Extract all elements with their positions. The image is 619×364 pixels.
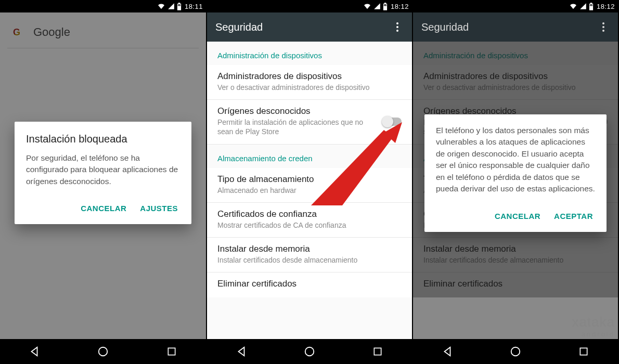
row-storage-type[interactable]: Tipo de almacenamiento Almacenado en har…	[207, 168, 412, 203]
phone-screen-1: 18:11 Google Instalación bloqueada Por s…	[0, 0, 206, 364]
row-trusted-certs[interactable]: Certificados de confianza Mostrar certif…	[207, 203, 412, 238]
section-device-admin: Administración de dispositivos	[207, 42, 412, 65]
phone-screen-2: 18:12 Seguridad Administración de dispos…	[206, 0, 412, 364]
row-install-memory[interactable]: Instalar desde memoria Instalar certific…	[207, 238, 412, 272]
battery-icon	[589, 3, 594, 10]
svg-rect-4	[384, 6, 386, 9]
status-bar: 18:11	[0, 0, 206, 12]
svg-rect-5	[384, 4, 386, 6]
nav-back-icon[interactable]	[440, 344, 455, 359]
phone-screen-3: 18:12 Seguridad Administración de dispos…	[412, 0, 618, 364]
wifi-icon	[157, 2, 165, 10]
screen1-content: Google Instalación bloqueada Por segurid…	[0, 12, 206, 339]
app-bar-title: Seguridad	[215, 21, 263, 33]
svg-rect-10	[590, 6, 592, 9]
status-bar: 18:12	[413, 0, 618, 12]
row-device-admins[interactable]: Administradores de dispositivos Ver o de…	[207, 65, 412, 100]
status-time: 18:12	[391, 3, 409, 10]
install-blocked-dialog: Instalación bloqueada Por seguridad, el …	[15, 122, 191, 224]
signal-icon	[167, 3, 175, 10]
nav-home-icon[interactable]	[96, 344, 110, 359]
unknown-sources-toggle[interactable]	[383, 118, 402, 126]
cancel-button[interactable]: CANCELAR	[79, 201, 128, 216]
svg-rect-11	[590, 4, 592, 6]
nav-bar	[207, 339, 412, 364]
nav-bar	[413, 339, 618, 364]
status-time: 18:11	[185, 3, 203, 10]
row-unknown-sources[interactable]: Orígenes desconocidos Permitir la instal…	[207, 100, 412, 144]
wifi-icon	[569, 2, 577, 10]
signal-icon	[579, 3, 587, 10]
nav-home-icon[interactable]	[508, 344, 523, 359]
status-time: 18:12	[597, 3, 615, 10]
nav-recent-icon[interactable]	[370, 344, 385, 359]
svg-point-8	[305, 347, 314, 356]
cancel-button[interactable]: CANCELAR	[493, 209, 543, 224]
app-bar-title: Seguridad	[421, 21, 469, 33]
svg-point-2	[99, 347, 108, 356]
settings-button[interactable]: AJUSTES	[138, 201, 180, 216]
nav-bar	[0, 339, 206, 364]
nav-back-icon[interactable]	[234, 344, 249, 359]
app-bar: Seguridad	[207, 12, 412, 42]
dialog-body: Por seguridad, el teléfono se ha configu…	[26, 152, 180, 187]
section-cred-storage: Almacenamiento de creden	[207, 145, 412, 168]
svg-rect-0	[178, 6, 180, 9]
status-bar: 18:12	[207, 0, 412, 12]
battery-icon	[383, 3, 388, 10]
accept-button[interactable]: ACEPTAR	[552, 209, 595, 224]
dialog-body: El teléfono y los datos personales son m…	[436, 125, 595, 195]
overflow-menu-icon[interactable]	[391, 21, 404, 33]
signal-icon	[373, 3, 381, 10]
app-bar: Seguridad	[413, 12, 618, 42]
wifi-icon	[363, 2, 371, 10]
settings-list-dimmed: Administración de dispositivos Administr…	[413, 42, 618, 339]
svg-rect-1	[178, 4, 180, 6]
battery-icon	[177, 3, 182, 10]
settings-list: Administración de dispositivos Administr…	[207, 42, 412, 339]
nav-home-icon[interactable]	[302, 344, 317, 359]
dialog-title: Instalación bloqueada	[26, 133, 180, 145]
nav-recent-icon[interactable]	[164, 344, 179, 359]
overflow-menu-icon[interactable]	[597, 21, 610, 33]
nav-back-icon[interactable]	[27, 344, 42, 359]
nav-recent-icon[interactable]	[576, 344, 591, 359]
row-clear-certs[interactable]: Eliminar certificados	[207, 272, 412, 297]
svg-rect-9	[375, 348, 381, 355]
svg-rect-13	[581, 348, 587, 355]
svg-rect-3	[168, 348, 175, 355]
unknown-sources-confirm-dialog: El teléfono y los datos personales son m…	[424, 114, 607, 232]
svg-point-12	[511, 347, 520, 356]
